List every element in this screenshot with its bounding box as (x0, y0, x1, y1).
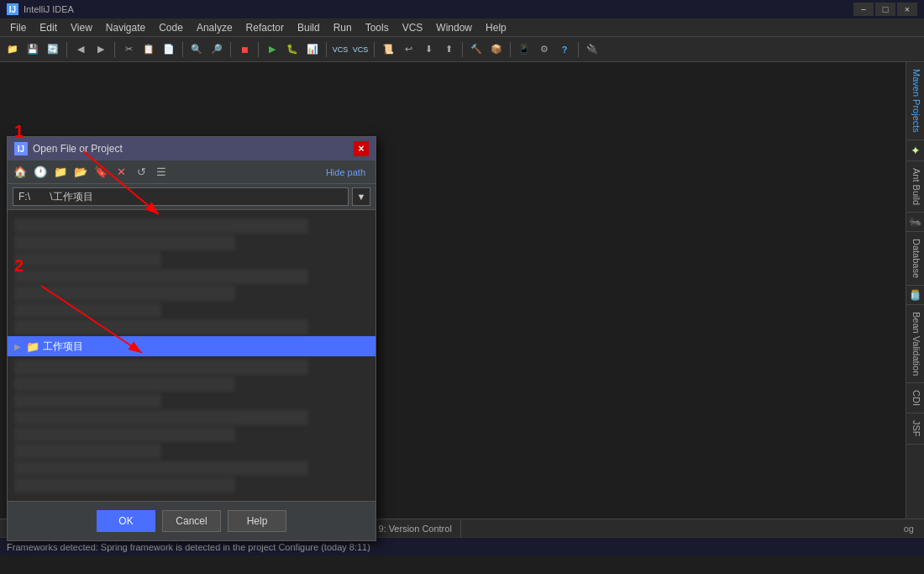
copy-button[interactable]: 📋 (139, 40, 158, 59)
search-button[interactable]: 🔍 (187, 40, 206, 59)
dialog-cancel-button[interactable]: Cancel (162, 510, 221, 532)
status-bar-text: Frameworks detected: Spring framework is… (7, 542, 917, 552)
sidebar-jsf[interactable]: JSF (906, 413, 924, 445)
menu-navigate[interactable]: Navigate (99, 18, 152, 37)
dialog-title-left: IJ Open File or Project (14, 142, 123, 155)
tree-toggle-icon: ▶ (14, 342, 26, 351)
hide-path-link[interactable]: Hide path (326, 167, 372, 177)
breakpoint-button[interactable]: ⏹ (235, 40, 254, 59)
dialog-folder-button[interactable]: 📁 (51, 163, 70, 182)
back-button[interactable]: ◀ (71, 40, 90, 59)
menu-tools[interactable]: Tools (359, 18, 396, 37)
sidebar-ant-build[interactable]: Ant Build (906, 161, 924, 213)
tree-row-blurred-5 (14, 286, 235, 301)
menu-run[interactable]: Run (327, 18, 359, 37)
path-input-field[interactable] (13, 187, 349, 206)
sidebar-db-icon: 🫙 (906, 286, 924, 305)
new-project-button[interactable]: 📁 (3, 40, 22, 59)
sidebar-maven-projects[interactable]: Maven Projects (906, 62, 924, 140)
sidebar-database[interactable]: Database (906, 232, 924, 286)
dialog-delete-button[interactable]: ✕ (112, 163, 130, 182)
toolbar-separator-3 (182, 42, 183, 57)
tree-row-blurred-3 (14, 252, 161, 267)
maven-button[interactable]: 📦 (487, 40, 506, 59)
run-button[interactable]: ▶ (263, 40, 281, 59)
title-bar: IJ IntelliJ IDEA − □ × (0, 0, 924, 18)
minimize-button[interactable]: − (853, 3, 874, 16)
vcs2-button[interactable]: VCS (351, 40, 370, 59)
dialog-ok-button[interactable]: OK (97, 510, 155, 532)
title-bar-controls: − □ × (853, 3, 917, 16)
help-button[interactable]: ? (555, 40, 574, 59)
toolbar-separator-8 (462, 42, 463, 57)
sidebar-bean-validation[interactable]: Bean Validation (906, 305, 924, 383)
menu-analyze[interactable]: Analyze (190, 18, 239, 37)
open-file-dialog: IJ Open File or Project × 🏠 🕐 📁 📂 🔖 ✕ ↺ … (7, 136, 376, 541)
update-button[interactable]: ⬇ (419, 40, 438, 59)
dialog-recent-button[interactable]: 🕐 (31, 163, 50, 182)
toolbar: 📁 💾 🔄 ◀ ▶ ✂ 📋 📄 🔍 🔎 ⏹ ▶ 🐛 📊 VCS VCS 📜 ↩ … (0, 37, 924, 62)
toolbar-separator-1 (66, 42, 67, 57)
dialog-help-button[interactable]: Help (228, 510, 286, 532)
menu-file[interactable]: File (3, 18, 33, 37)
sidebar-cdi[interactable]: CDI (906, 383, 924, 413)
build-project-button[interactable]: 🔨 (467, 40, 486, 59)
toolbar-separator-9 (510, 42, 511, 57)
debug-button[interactable]: 🐛 (283, 40, 302, 59)
dialog-view-button[interactable]: ☰ (152, 163, 171, 182)
replace-button[interactable]: 🔎 (207, 40, 226, 59)
history-button[interactable]: 📜 (379, 40, 397, 59)
dialog-titlebar: IJ Open File or Project × (8, 137, 375, 161)
dialog-toolbar: 🏠 🕐 📁 📂 🔖 ✕ ↺ ☰ Hide path (8, 161, 375, 184)
cut-button[interactable]: ✂ (119, 40, 138, 59)
menu-code[interactable]: Code (152, 18, 190, 37)
dialog-footer: OK Cancel Help (8, 501, 375, 540)
paste-button[interactable]: 📄 (160, 40, 178, 59)
toolbar-separator-7 (374, 42, 375, 57)
dialog-home-button[interactable]: 🏠 (11, 163, 29, 182)
toolbar-separator-5 (258, 42, 259, 57)
app-icon: IJ (7, 3, 18, 15)
close-window-button[interactable]: × (897, 3, 917, 16)
coverage-button[interactable]: 📊 (303, 40, 322, 59)
tree-row-blurred-7 (14, 319, 308, 334)
menu-help[interactable]: Help (479, 18, 513, 37)
tree-row-blurred-15 (14, 477, 235, 492)
toolbar-separator-6 (326, 42, 327, 57)
title-bar-title: IntelliJ IDEA (24, 4, 74, 14)
sidebar-star-icon: ✦ (906, 140, 924, 161)
toolbar-separator-2 (114, 42, 115, 57)
tree-row-selected[interactable]: ▶ 📁 工作项目 (8, 336, 375, 356)
revert-button[interactable]: ↩ (399, 40, 417, 59)
tree-row-blurred-9 (14, 377, 235, 392)
tree-row-blurred-1 (14, 219, 308, 234)
sdk-button[interactable]: ⚙ (535, 40, 554, 59)
menu-window[interactable]: Window (429, 18, 479, 37)
plugin-button[interactable]: 🔌 (583, 40, 601, 59)
menu-view[interactable]: View (64, 18, 99, 37)
dialog-bookmark-button[interactable]: 🔖 (92, 163, 110, 182)
tree-row-blurred-4 (14, 269, 308, 284)
commit-button[interactable]: ⬆ (439, 40, 458, 59)
tree-row-blurred-12 (14, 427, 235, 442)
android-button[interactable]: 📱 (515, 40, 533, 59)
sync-button[interactable]: 🔄 (44, 40, 62, 59)
dialog-refresh-button[interactable]: ↺ (132, 163, 150, 182)
menu-vcs[interactable]: VCS (396, 18, 430, 37)
maximize-button[interactable]: □ (875, 3, 895, 16)
bottom-tab-version-control-label: 9: Version Control (378, 524, 451, 534)
save-button[interactable]: 💾 (24, 40, 42, 59)
menu-edit[interactable]: Edit (33, 18, 64, 37)
vcs1-button[interactable]: VCS (331, 40, 349, 59)
dialog-title-text: Open File or Project (33, 143, 123, 155)
path-dropdown-button[interactable]: ▼ (352, 187, 370, 206)
menu-refactor[interactable]: Refactor (239, 18, 291, 37)
file-tree-area: ▶ 📁 工作项目 (8, 210, 375, 501)
forward-button[interactable]: ▶ (92, 40, 110, 59)
dialog-close-button[interactable]: × (354, 141, 369, 156)
toolbar-separator-4 (230, 42, 231, 57)
title-bar-left: IJ IntelliJ IDEA (7, 3, 74, 15)
tree-row-blurred-2 (14, 235, 235, 250)
menu-build[interactable]: Build (291, 18, 327, 37)
dialog-new-folder-button[interactable]: 📂 (71, 163, 90, 182)
